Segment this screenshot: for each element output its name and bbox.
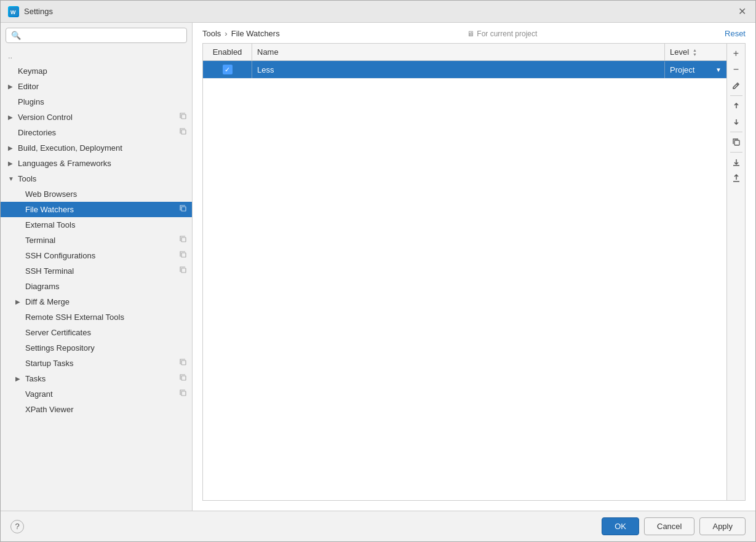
bottom-bar: ? OK Cancel Apply xyxy=(1,511,755,541)
sidebar-item-tools[interactable]: ▼Tools xyxy=(1,171,192,186)
title-bar-left: W Settings xyxy=(8,6,53,17)
sidebar-item-label: Web Browsers xyxy=(25,189,77,199)
sidebar-item-file-watchers[interactable]: File Watchers xyxy=(1,202,192,217)
svg-rect-9 xyxy=(181,376,186,380)
breadcrumb-current: File Watchers xyxy=(231,29,280,38)
sidebar-item-terminal[interactable]: Terminal xyxy=(1,233,192,248)
sidebar-item-diff-merge[interactable]: ▶Diff & Merge xyxy=(1,294,192,309)
side-toolbar: + − xyxy=(726,44,745,500)
col-header-level: Level ▲ ▼ xyxy=(665,44,726,60)
ok-button[interactable]: OK xyxy=(602,517,639,535)
title-bar: W Settings ✕ xyxy=(1,1,755,23)
sidebar-item-build-execution-deployment[interactable]: ▶Build, Execution, Deployment xyxy=(1,140,192,156)
sidebar-item-label: External Tools xyxy=(25,220,75,229)
sidebar-item-server-certificates[interactable]: Server Certificates xyxy=(1,325,192,340)
breadcrumb-separator: › xyxy=(225,29,227,38)
expand-icon: ▼ xyxy=(8,175,15,182)
svg-rect-2 xyxy=(181,114,186,119)
sidebar-tree: .. Keymap▶EditorPlugins▶Version ControlD… xyxy=(1,48,192,511)
reset-button[interactable]: Reset xyxy=(725,29,746,38)
toolbar-separator-1 xyxy=(730,95,742,96)
sidebar-item-label: XPath Viewer xyxy=(25,405,74,414)
svg-rect-11 xyxy=(734,140,739,145)
sidebar-item-label: Terminal xyxy=(25,236,55,245)
app-logo: W xyxy=(8,6,19,17)
sidebar-item-label: Tools xyxy=(18,174,36,183)
content-area: 🔍 .. Keymap▶EditorPlugins▶Version Contro… xyxy=(1,23,755,511)
svg-rect-5 xyxy=(181,237,186,242)
search-input[interactable] xyxy=(25,31,181,40)
sidebar-item-ssh-configurations[interactable]: SSH Configurations xyxy=(1,248,192,263)
toolbar-separator-2 xyxy=(730,132,742,132)
remove-button[interactable]: − xyxy=(729,62,744,77)
sidebar-item-label: Settings Repository xyxy=(25,343,95,353)
sidebar-item-startup-tasks[interactable]: Startup Tasks xyxy=(1,356,192,371)
table-row[interactable]: ✓ Less Project ▼ xyxy=(203,61,726,79)
sort-down-icon: ▼ xyxy=(693,52,697,57)
sidebar-item-label: Server Certificates xyxy=(25,328,91,337)
level-dropdown-icon[interactable]: ▼ xyxy=(715,66,722,73)
dialog-title: Settings xyxy=(24,7,53,16)
row-level-value: Project xyxy=(670,65,694,74)
dotdot: .. xyxy=(1,48,192,63)
copy-icon xyxy=(180,266,187,276)
table-body: ✓ Less Project ▼ xyxy=(203,61,726,500)
sidebar-item-label: Vagrant xyxy=(25,389,53,399)
breadcrumb: Tools › File Watchers xyxy=(202,29,280,38)
copy-button[interactable] xyxy=(729,135,744,149)
sidebar-item-xpath-viewer[interactable]: XPath Viewer xyxy=(1,402,192,417)
row-level: Project ▼ xyxy=(665,62,726,78)
svg-rect-10 xyxy=(181,391,186,396)
export-button[interactable] xyxy=(729,171,744,186)
move-up-button[interactable] xyxy=(729,98,744,113)
apply-button[interactable]: Apply xyxy=(699,517,746,535)
panel-header: Tools › File Watchers 🖥 For current proj… xyxy=(193,23,755,43)
search-icon: 🔍 xyxy=(11,31,21,40)
breadcrumb-parent: Tools xyxy=(202,29,221,38)
expand-icon: ▶ xyxy=(8,160,15,167)
sidebar-item-web-browsers[interactable]: Web Browsers xyxy=(1,186,192,202)
search-box[interactable]: 🔍 xyxy=(6,28,187,43)
sidebar-item-external-tools[interactable]: External Tools xyxy=(1,217,192,233)
sidebar-item-keymap[interactable]: Keymap xyxy=(1,63,192,79)
sidebar-item-ssh-terminal[interactable]: SSH Terminal xyxy=(1,263,192,279)
sidebar-item-label: Build, Execution, Deployment xyxy=(18,143,122,153)
copy-icon xyxy=(180,389,187,399)
move-down-button[interactable] xyxy=(729,114,744,129)
svg-rect-8 xyxy=(181,361,186,365)
sidebar-item-languages-frameworks[interactable]: ▶Languages & Frameworks xyxy=(1,156,192,171)
sidebar-item-editor[interactable]: ▶Editor xyxy=(1,79,192,94)
close-button[interactable]: ✕ xyxy=(738,7,748,17)
copy-icon xyxy=(180,374,187,383)
main-panel: Tools › File Watchers 🖥 For current proj… xyxy=(193,23,755,511)
col-header-enabled: Enabled xyxy=(203,44,252,60)
table-header: Enabled Name Level ▲ ▼ xyxy=(203,44,726,61)
sidebar-item-label: Version Control xyxy=(18,113,73,122)
sidebar-item-label: Remote SSH External Tools xyxy=(25,313,124,322)
help-button[interactable]: ? xyxy=(10,520,24,533)
add-button[interactable]: + xyxy=(729,46,744,61)
sidebar-item-tasks[interactable]: ▶Tasks xyxy=(1,371,192,386)
sidebar-item-directories[interactable]: Directories xyxy=(1,125,192,140)
cancel-button[interactable]: Cancel xyxy=(644,517,694,535)
sidebar-item-label: SSH Terminal xyxy=(25,266,74,276)
expand-icon: ▶ xyxy=(15,375,23,382)
sidebar-item-version-control[interactable]: ▶Version Control xyxy=(1,110,192,125)
edit-button[interactable] xyxy=(729,78,744,93)
svg-rect-6 xyxy=(181,253,186,257)
sidebar-item-vagrant[interactable]: Vagrant xyxy=(1,386,192,402)
sidebar-item-settings-repository[interactable]: Settings Repository xyxy=(1,340,192,356)
import-button[interactable] xyxy=(729,155,744,170)
monitor-icon: 🖥 xyxy=(467,30,474,38)
svg-text:W: W xyxy=(10,9,16,15)
sidebar-item-remote-ssh-external-tools[interactable]: Remote SSH External Tools xyxy=(1,309,192,325)
copy-icon xyxy=(180,236,187,245)
copy-icon xyxy=(180,359,187,368)
sidebar-item-label: Plugins xyxy=(18,97,44,106)
sidebar-item-diagrams[interactable]: Diagrams xyxy=(1,279,192,294)
sidebar-item-label: Languages & Frameworks xyxy=(18,159,111,168)
sidebar-item-label: Tasks xyxy=(25,374,46,383)
sidebar-item-plugins[interactable]: Plugins xyxy=(1,94,192,110)
sidebar-item-label: SSH Configurations xyxy=(25,251,95,260)
row-enabled: ✓ xyxy=(203,61,252,78)
